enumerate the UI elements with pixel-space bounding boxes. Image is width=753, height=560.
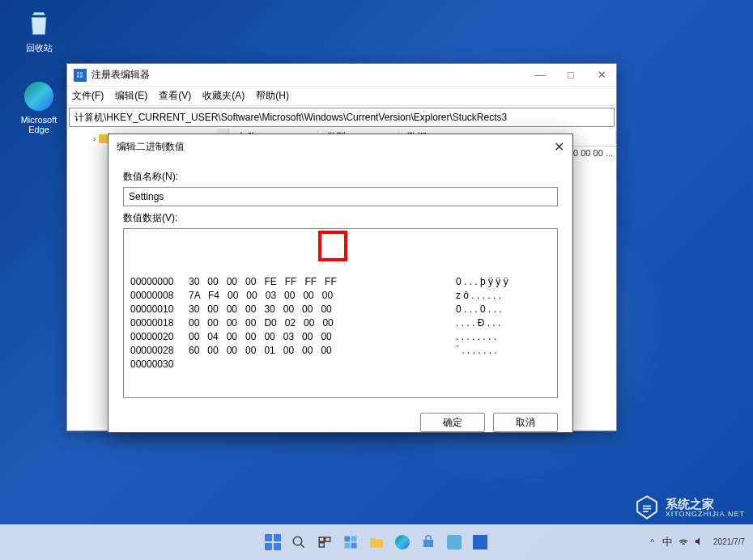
taskbar-explorer-icon[interactable] <box>366 532 387 553</box>
hex-row[interactable]: 000000087A F4 00 00 03 00 00 00z ô . . .… <box>130 289 551 303</box>
menu-help[interactable]: 帮助(H) <box>256 89 289 103</box>
svg-rect-8 <box>325 537 330 541</box>
hex-offset: 00000030 <box>130 358 189 371</box>
value-data-label: 数值数据(V): <box>123 211 558 225</box>
watermark-text: 系统之家 <box>666 498 745 510</box>
hex-bytes[interactable]: 30 00 00 00 30 00 00 00 <box>189 303 456 316</box>
hex-row[interactable]: 00000030 <box>130 358 551 371</box>
taskbar-app-icon[interactable] <box>444 532 465 553</box>
highlight-box <box>318 231 347 261</box>
taskbar-clock[interactable]: 2021/7/7 <box>713 537 745 547</box>
system-tray: ^ 中 2021/7/7 <box>650 535 745 549</box>
edit-binary-dialog: 编辑二进制数值 ✕ 数值名称(N): 数值数据(V): 0000000030 0… <box>108 134 573 433</box>
cancel-button[interactable]: 取消 <box>493 413 558 432</box>
taskbar-edge-icon[interactable] <box>392 532 413 553</box>
task-view-icon[interactable] <box>314 532 335 553</box>
minimize-button[interactable]: — <box>532 69 548 81</box>
taskbar-regedit-icon[interactable] <box>470 532 491 553</box>
desktop-icon-recycle-bin[interactable]: 回收站 <box>15 8 63 54</box>
taskbar-center <box>262 532 491 553</box>
tray-chevron-icon[interactable]: ^ <box>650 538 654 547</box>
watermark-subtext: XITONGZHIJIA.NET <box>666 510 745 518</box>
regedit-address-bar[interactable]: 计算机\HKEY_CURRENT_USER\Software\Microsoft… <box>69 108 615 127</box>
start-button[interactable] <box>262 532 283 553</box>
dialog-titlebar[interactable]: 编辑二进制数值 ✕ <box>108 134 572 159</box>
hex-bytes[interactable]: 7A F4 00 00 03 00 00 00 <box>189 289 456 303</box>
dialog-title: 编辑二进制数值 <box>117 140 185 154</box>
hex-bytes[interactable] <box>189 358 456 371</box>
value-name-label: 数值名称(N): <box>123 170 558 184</box>
hex-editor[interactable]: 0000000030 00 00 00 FE FF FF FF0 . . . þ… <box>123 228 558 398</box>
hex-ascii: z ô . . . . . . <box>456 289 551 303</box>
hex-offset: 00000028 <box>130 344 189 358</box>
menu-edit[interactable]: 编辑(E) <box>115 89 147 103</box>
watermark: 系统之家 XITONGZHIJIA.NET <box>633 494 745 521</box>
hex-row[interactable]: 0000000030 00 00 00 FE FF FF FF0 . . . þ… <box>130 275 551 289</box>
regedit-app-icon <box>74 69 87 82</box>
regedit-address-text: 计算机\HKEY_CURRENT_USER\Software\Microsoft… <box>74 111 507 125</box>
hex-row[interactable]: 0000001800 00 00 00 D0 02 00 00. . . . Ð… <box>130 316 551 330</box>
desktop-icon-label: 回收站 <box>15 42 63 54</box>
hex-bytes[interactable]: 00 04 00 00 00 03 00 00 <box>189 330 456 344</box>
close-button[interactable]: ✕ <box>593 69 610 81</box>
desktop-icon-edge[interactable]: Microsoft Edge <box>15 81 63 134</box>
edge-icon <box>23 81 54 112</box>
hex-offset: 00000018 <box>130 316 189 330</box>
svg-point-5 <box>293 537 302 545</box>
hex-bytes[interactable]: 60 00 00 00 01 00 00 00 <box>189 344 456 358</box>
hex-bytes[interactable]: 00 00 00 00 D0 02 00 00 <box>189 316 456 330</box>
hex-row[interactable]: 0000002000 04 00 00 00 03 00 00. . . . .… <box>130 330 551 344</box>
svg-rect-9 <box>319 543 324 547</box>
svg-rect-10 <box>345 537 351 542</box>
regedit-menubar: 文件(F) 编辑(E) 查看(V) 收藏夹(A) 帮助(H) <box>67 87 616 106</box>
maximize-button[interactable]: □ <box>563 69 579 81</box>
hex-bytes[interactable]: 30 00 00 00 FE FF FF FF <box>189 275 456 289</box>
hex-row[interactable]: 0000001030 00 00 00 30 00 00 000 . . . 0… <box>130 303 551 316</box>
hex-ascii: 0 . . . þ ÿ ÿ ÿ <box>456 275 551 289</box>
hex-row[interactable]: 0000002860 00 00 00 01 00 00 00` . . . .… <box>130 344 551 358</box>
hex-ascii: . . . . Ð . . . <box>456 316 551 330</box>
svg-rect-2 <box>80 72 83 74</box>
menu-favorites[interactable]: 收藏夹(A) <box>202 89 245 103</box>
hex-offset: 00000010 <box>130 303 189 316</box>
svg-rect-13 <box>351 543 357 549</box>
hex-ascii: . . . . . . . . <box>456 330 551 344</box>
svg-rect-1 <box>77 72 79 74</box>
desktop-icon-label: Microsoft Edge <box>15 115 63 134</box>
chevron-right-icon: › <box>93 134 96 143</box>
svg-rect-3 <box>77 75 79 78</box>
taskbar-date: 2021/7/7 <box>713 537 745 547</box>
hex-ascii: ` . . . . . . . <box>456 344 551 358</box>
svg-rect-11 <box>351 537 357 542</box>
recycle-bin-icon <box>23 8 54 39</box>
menu-view[interactable]: 查看(V) <box>159 89 191 103</box>
ime-icon[interactable]: 中 <box>662 535 673 549</box>
hex-offset: 00000000 <box>130 275 189 289</box>
menu-file[interactable]: 文件(F) <box>72 89 104 103</box>
svg-rect-12 <box>345 543 351 549</box>
svg-rect-7 <box>319 537 324 541</box>
regedit-title: 注册表编辑器 <box>91 68 150 82</box>
hex-offset: 00000008 <box>130 289 189 303</box>
taskbar: ^ 中 2021/7/7 <box>0 524 753 560</box>
ok-button[interactable]: 确定 <box>420 413 485 432</box>
hex-ascii: 0 . . . 0 . . . <box>456 303 551 316</box>
volume-icon[interactable] <box>694 536 705 549</box>
regedit-titlebar[interactable]: 注册表编辑器 — □ ✕ <box>67 64 616 87</box>
hex-ascii <box>456 358 551 371</box>
svg-rect-4 <box>80 75 83 78</box>
hex-offset: 00000020 <box>130 330 189 344</box>
value-name-input[interactable] <box>123 187 558 206</box>
watermark-logo-icon <box>633 494 661 521</box>
search-icon[interactable] <box>288 532 309 553</box>
taskbar-store-icon[interactable] <box>418 532 439 553</box>
svg-line-6 <box>300 544 304 548</box>
network-icon[interactable] <box>678 536 689 549</box>
widgets-icon[interactable] <box>340 532 361 553</box>
dialog-close-button[interactable]: ✕ <box>554 139 564 155</box>
